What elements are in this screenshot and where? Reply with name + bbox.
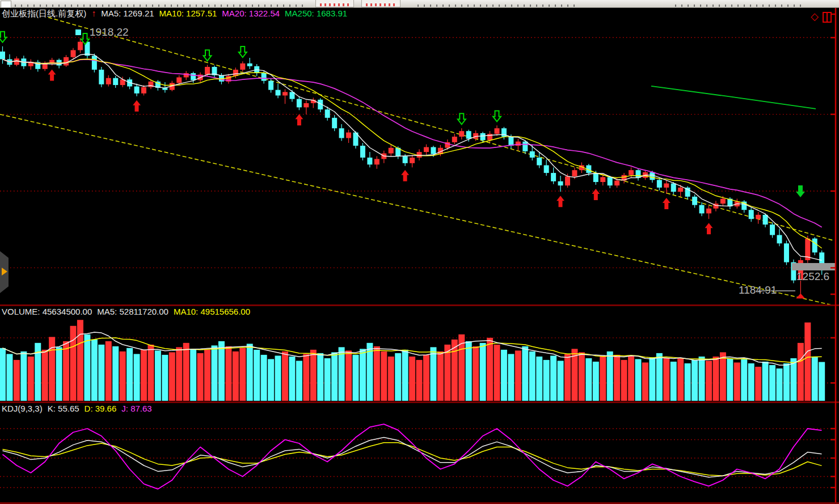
chart-canvas[interactable] xyxy=(0,0,839,504)
sidebar-expand-handle[interactable] xyxy=(0,251,9,293)
expand-arrow-icon xyxy=(2,268,7,276)
window-icon-bar xyxy=(827,13,829,22)
diamond-icon[interactable]: ◇ xyxy=(811,11,819,22)
window-restore-icon[interactable] xyxy=(823,12,832,23)
